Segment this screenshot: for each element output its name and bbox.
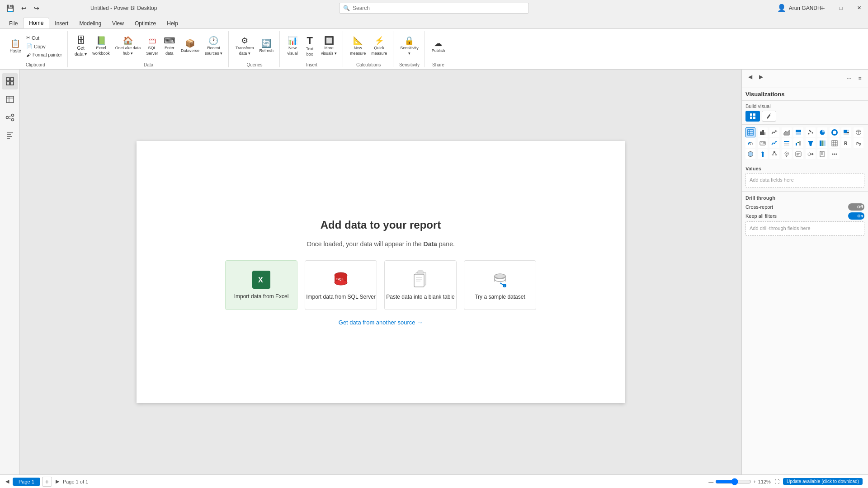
import-sql-card[interactable]: SQL Import data from SQL Server [305, 260, 377, 310]
fit-page-icon[interactable]: ⛶ [774, 479, 779, 484]
tab-home[interactable]: Home [23, 18, 49, 28]
viz-icon-card[interactable]: 123 [758, 138, 768, 148]
add-page-button[interactable]: + [42, 477, 52, 487]
tab-modeling[interactable]: Modeling [74, 19, 107, 28]
tab-optimize[interactable]: Optimize [129, 19, 161, 28]
viz-icon-area[interactable] [782, 127, 792, 137]
viz-icon-treemap[interactable] [841, 127, 851, 137]
svg-rect-99 [820, 151, 824, 157]
zoom-out-icon[interactable]: — [708, 479, 713, 484]
new-measure-button[interactable]: 📐 New measure [348, 35, 368, 57]
tab-insert[interactable]: Insert [49, 19, 74, 28]
import-excel-card[interactable]: X Import data from Excel [225, 260, 297, 310]
viz-icon-scatter[interactable] [806, 127, 816, 137]
sidebar-item-table-view[interactable] [2, 91, 18, 108]
viz-icon-line[interactable] [769, 127, 779, 137]
viz-icon-azure-map[interactable] [758, 149, 768, 159]
viz-icon-slicer[interactable] [782, 138, 792, 148]
queries-items: ⚙ Transform data ▾ 🔄 Refresh [233, 31, 276, 61]
copy-button[interactable]: 📄 Copy [24, 42, 64, 50]
viz-icon-map[interactable] [854, 127, 863, 137]
transform-data-button[interactable]: ⚙ Transform data ▾ [233, 35, 256, 57]
enter-data-button[interactable]: ⌨ Enter data [161, 35, 178, 57]
viz-icon-stacked-bar[interactable] [793, 127, 803, 137]
quick-measure-button[interactable]: ⚡ Quick measure [369, 35, 389, 57]
nav-prev[interactable]: ◀ [5, 479, 9, 484]
drill-through-drop-area[interactable]: Add drill-through fields here [745, 221, 864, 236]
viz-icon-decomposition[interactable] [769, 149, 779, 159]
update-badge[interactable]: Update available (click to download) [783, 478, 863, 485]
viz-icon-gauge[interactable] [745, 138, 755, 148]
sql-card-icon: SQL [332, 270, 350, 289]
save-icon[interactable]: 💾 [4, 4, 17, 13]
sample-dataset-card[interactable]: ↓ Try a sample dataset [464, 260, 536, 310]
get-data-button[interactable]: 🗄 Get data ▾ [72, 34, 89, 58]
recent-sources-button[interactable]: 🕐 Recent sources ▾ [203, 35, 225, 57]
panel-more-options[interactable]: ⋯ [844, 74, 854, 83]
keep-all-filters-toggle[interactable]: On [848, 212, 864, 220]
sql-server-button[interactable]: 🗃 SQL Server [144, 35, 160, 57]
build-visual-tab-format[interactable] [762, 111, 776, 122]
search-input[interactable] [353, 5, 525, 11]
viz-icon-matrix[interactable] [830, 138, 840, 148]
viz-icon-filled-map[interactable] [745, 149, 755, 159]
excel-workbook-button[interactable]: 📗 Excel workbook [90, 35, 112, 57]
viz-icon-kpi[interactable] [769, 138, 779, 148]
viz-icon-key-influencers[interactable] [806, 149, 816, 159]
viz-icon-python[interactable]: Py [854, 138, 863, 148]
search-bar[interactable]: 🔍 [339, 3, 529, 14]
zoom-slider[interactable] [715, 478, 751, 485]
viz-icon-pie[interactable] [817, 127, 827, 137]
panel-settings-icon[interactable]: ≡ [855, 74, 864, 83]
paste-button[interactable]: 📋 Paste [7, 33, 24, 60]
svg-rect-4 [6, 96, 14, 103]
redo-icon[interactable]: ↪ [31, 4, 42, 13]
cut-button[interactable]: ✂ Cut [24, 34, 64, 42]
tab-file[interactable]: File [4, 19, 23, 28]
viz-icon-more-visuals-small[interactable] [830, 149, 840, 159]
viz-icon-table[interactable] [745, 127, 755, 137]
maximize-button[interactable]: □ [832, 0, 850, 16]
undo-icon[interactable]: ↩ [19, 4, 29, 13]
tab-view[interactable]: View [107, 19, 129, 28]
panel-collapse-left[interactable]: ◀ [745, 72, 755, 81]
format-painter-button[interactable]: 🖌 Format painter [24, 51, 64, 58]
publish-button[interactable]: ☁ Publish [429, 38, 448, 54]
close-button[interactable]: ✕ [850, 0, 868, 16]
nav-next[interactable]: ▶ [56, 479, 59, 484]
minimize-button[interactable]: ─ [814, 0, 832, 16]
new-visual-button[interactable]: 📊 New visual [284, 35, 301, 57]
cross-report-row: Cross-report Off [745, 203, 864, 211]
sidebar-item-report-view[interactable] [2, 73, 18, 89]
get-data-link[interactable]: Get data from another source → [339, 319, 423, 326]
sidebar-item-model-view[interactable] [2, 109, 18, 126]
viz-icon-funnel[interactable] [806, 138, 816, 148]
svg-text:↓: ↓ [504, 284, 505, 287]
ribbon-group-sensitivity: 🔒 Sensitivity ▾ Sensitivity [394, 31, 425, 67]
viz-icon-donut[interactable] [830, 127, 840, 137]
visualizations-title: Visualizations [745, 91, 784, 98]
text-box-button[interactable]: T Text box [302, 34, 318, 58]
cross-report-toggle[interactable]: Off [848, 203, 864, 211]
viz-icon-paginated[interactable] [817, 149, 827, 159]
tab-help[interactable]: Help [161, 19, 184, 28]
panel-nav-arrows: ◀ ▶ [745, 72, 765, 81]
paste-data-card[interactable]: Paste data into a blank table [384, 260, 457, 310]
sensitivity-button[interactable]: 🔒 Sensitivity ▾ [398, 35, 421, 57]
dataverse-button[interactable]: 📦 Dataverse [179, 38, 202, 54]
viz-icon-qa[interactable]: ? [782, 149, 792, 159]
viz-icon-r-script[interactable]: R [841, 138, 851, 148]
zoom-in-icon[interactable]: + [753, 479, 756, 484]
build-visual-tab-active[interactable] [745, 111, 760, 122]
refresh-button[interactable]: 🔄 Refresh [257, 38, 276, 54]
more-visuals-button[interactable]: 🔲 More visuals ▾ [319, 35, 339, 57]
viz-icon-smart-narrative[interactable] [793, 149, 803, 159]
onelake-hub-button[interactable]: 🏠 OneLake data hub ▾ [113, 35, 143, 57]
values-drop-area[interactable]: Add data fields here [745, 173, 864, 188]
panel-expand-right[interactable]: ▶ [756, 72, 765, 81]
sidebar-item-dax-query[interactable] [2, 127, 18, 144]
viz-icon-ribbon[interactable] [817, 138, 827, 148]
page-tab-1[interactable]: Page 1 [13, 478, 40, 486]
viz-icon-waterfall[interactable] [793, 138, 803, 148]
viz-icon-bar[interactable] [758, 127, 768, 137]
